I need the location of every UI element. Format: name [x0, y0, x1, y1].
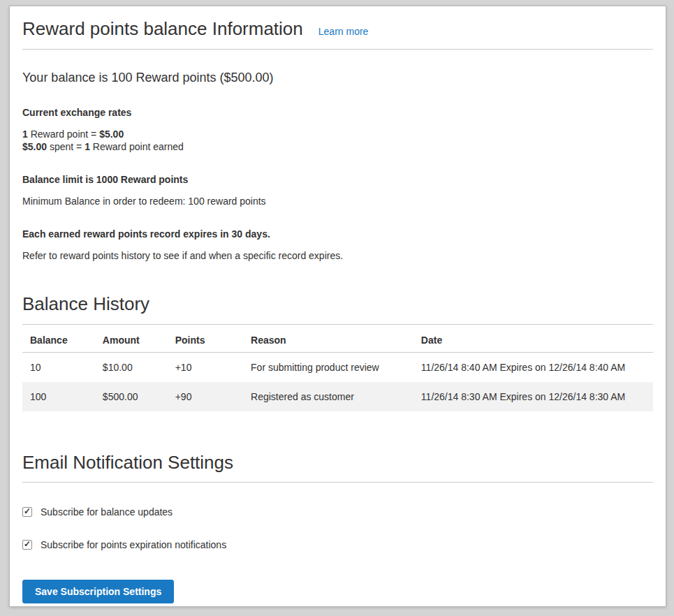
balance-updates-option: Subscribe for balance updates — [22, 506, 653, 518]
exchange-rates-heading: Current exchange rates — [22, 107, 653, 119]
table-header-row: Balance Amount Points Reason Date — [22, 325, 653, 353]
cell-reason: Registered as customer — [243, 382, 413, 411]
cell-points: +10 — [168, 352, 243, 382]
column-header-amount: Amount — [95, 325, 168, 353]
exchange-rate-line: $5.00 spent = 1 Reward point earned — [22, 140, 653, 153]
balance-updates-checkbox[interactable] — [22, 507, 32, 517]
table-row: 10 $10.00 +10 For submitting product rev… — [22, 352, 653, 382]
cell-date: 11/26/14 8:30 AM Expires on 12/26/14 8:3… — [413, 382, 653, 411]
column-header-date: Date — [413, 325, 653, 353]
exchange-rates: 1 Reward point = $5.00 $5.00 spent = 1 R… — [22, 128, 653, 153]
cell-points: +90 — [168, 382, 243, 411]
cell-reason: For submitting product review — [243, 352, 413, 382]
cell-amount: $500.00 — [95, 382, 168, 411]
balance-summary: Your balance is 100 Reward points ($500.… — [22, 69, 653, 86]
balance-updates-label[interactable]: Subscribe for balance updates — [41, 506, 173, 518]
balance-history-table: Balance Amount Points Reason Date 10 $10… — [22, 325, 653, 411]
column-header-points: Points — [168, 325, 243, 353]
min-balance-text: Minimum Balance in order to redeem: 100 … — [22, 196, 653, 207]
table-row: 100 $500.00 +90 Registered as customer 1… — [22, 382, 653, 411]
cell-date: 11/26/14 8:40 AM Expires on 12/26/14 8:4… — [413, 352, 653, 382]
column-header-reason: Reason — [243, 325, 413, 353]
cell-amount: $10.00 — [95, 352, 168, 382]
expiry-note-text: Refer to reward points history to see if… — [22, 250, 653, 262]
points-expiration-label[interactable]: Subscribe for points expiration notifica… — [41, 539, 226, 550]
balance-history-heading: Balance History — [22, 293, 653, 324]
reward-points-panel: Reward points balance Information Learn … — [9, 6, 666, 607]
exchange-rate-line: 1 Reward point = $5.00 — [22, 128, 653, 140]
cell-balance: 100 — [22, 382, 95, 411]
balance-limit-text: Balance limit is 1000 Reward points — [22, 174, 653, 186]
save-subscription-settings-button[interactable]: Save Subscription Settings — [22, 580, 174, 603]
expiry-rule-text: Each earned reward points record expires… — [22, 228, 653, 240]
email-settings-heading: Email Notification Settings — [22, 452, 653, 483]
column-header-balance: Balance — [22, 325, 95, 353]
page-title-row: Reward points balance Information Learn … — [22, 18, 653, 50]
cell-balance: 10 — [22, 352, 95, 382]
learn-more-link[interactable]: Learn more — [318, 26, 369, 37]
points-expiration-option: Subscribe for points expiration notifica… — [22, 539, 653, 550]
points-expiration-checkbox[interactable] — [22, 540, 32, 550]
page-title: Reward points balance Information — [22, 18, 303, 40]
